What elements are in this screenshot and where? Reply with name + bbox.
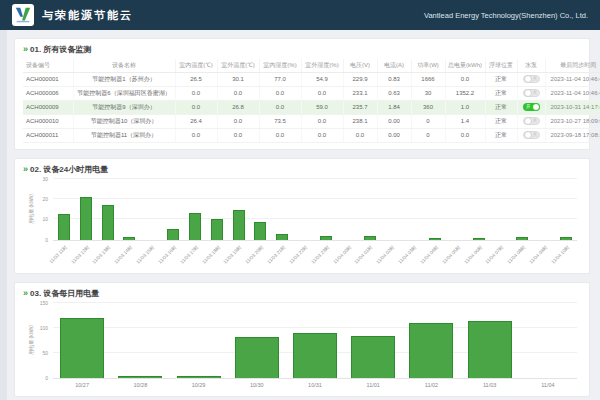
pump-toggle[interactable]: 关: [523, 117, 540, 125]
bars: [53, 179, 577, 240]
y-tick-label: 30: [42, 176, 48, 182]
bar[interactable]: [235, 337, 279, 378]
table-cell: 0.0: [175, 128, 217, 142]
bar[interactable]: [468, 321, 512, 378]
x-slot: 11/04 10时: [555, 241, 577, 267]
bar[interactable]: [364, 236, 376, 239]
toggle-label: 关: [532, 91, 539, 96]
bar[interactable]: [58, 214, 70, 240]
bar[interactable]: [320, 236, 332, 239]
bar[interactable]: [351, 336, 395, 378]
table-cell: 0.0: [301, 128, 343, 142]
app-title: 与荣能源节能云: [42, 8, 133, 23]
table-cell: 节能控制器10（深圳办）: [73, 114, 175, 128]
table-cell: 238.1: [343, 114, 377, 128]
bar-slot: [53, 303, 111, 378]
table-cell: 73.5: [259, 114, 301, 128]
table-cell: 1666: [411, 72, 445, 86]
pump-toggle[interactable]: 关: [523, 89, 540, 97]
bar-slot: [519, 303, 577, 378]
toggle-knob: [524, 75, 532, 83]
dashboard: »01. 所有设备监测 设备编号设备名称室内温度(℃)室外温度(℃)室内湿度(%…: [0, 30, 600, 397]
table-cell: 30.1: [217, 72, 259, 86]
x-slot: 11/04: [519, 379, 577, 390]
table-cell: 77.0: [259, 72, 301, 86]
table-row[interactable]: ACH000009节能控制器9（深圳办）0.026.80.059.0235.71…: [23, 100, 600, 114]
company-name: Vantlead Energy Technology(Shenzhen) Co.…: [424, 11, 588, 20]
table-cell: 0.0: [445, 128, 485, 142]
daily-usage-chart: 用电量 (kWh)05010015010/2710/2810/2910/3010…: [53, 303, 577, 390]
section-title-hourly: »02. 设备24小时用电量: [23, 164, 581, 175]
logo-v-icon: [14, 6, 32, 24]
table-cell: 0.83: [377, 72, 411, 86]
table-cell: ACH000009: [23, 100, 73, 114]
toggle-knob: [532, 103, 540, 111]
bar[interactable]: [102, 205, 114, 239]
x-slot: 10/28: [111, 379, 169, 390]
bar[interactable]: [254, 222, 266, 240]
table-cell: 节能控制器6（深圳福田区香蜜湖）: [73, 86, 175, 100]
bar[interactable]: [118, 376, 162, 378]
bar[interactable]: [473, 238, 485, 239]
pump-toggle[interactable]: 关: [523, 75, 540, 83]
left-rail: [0, 30, 7, 400]
table-cell: 0: [411, 114, 445, 128]
y-tick-label: 150: [40, 300, 48, 306]
bar[interactable]: [293, 333, 337, 378]
table-cell: 0.0: [217, 114, 259, 128]
bar[interactable]: [167, 229, 179, 239]
table-cell: 235.7: [343, 100, 377, 114]
bar[interactable]: [560, 237, 572, 239]
table-cell: 0.0: [301, 86, 343, 100]
x-tick-label: 10/27: [53, 379, 111, 388]
table-row[interactable]: ACH000010节能控制器10（深圳办）26.40.073.50.0238.1…: [23, 114, 600, 128]
table-row[interactable]: ACH000006节能控制器6（深圳福田区香蜜湖）0.00.00.00.0233…: [23, 86, 600, 100]
x-tick-label: 11/03 11时: [48, 244, 68, 264]
bar[interactable]: [177, 376, 221, 378]
table-row[interactable]: ACH000011节能控制器11（深圳办）0.00.00.00.00.00.00…: [23, 128, 600, 142]
x-tick-label: 10/29: [169, 379, 227, 388]
table-cell: 0.0: [259, 128, 301, 142]
bar[interactable]: [123, 237, 135, 239]
bar[interactable]: [409, 323, 453, 378]
plot-area: 用电量 (kWh)050100150: [53, 303, 577, 379]
bar-slot: [286, 303, 344, 378]
bar-slot: [468, 179, 490, 240]
bar[interactable]: [233, 210, 245, 240]
x-slot: 11/01: [344, 379, 402, 390]
bar-slot: [75, 179, 97, 240]
bar[interactable]: [516, 237, 528, 239]
table-cell: 0.00: [377, 128, 411, 142]
bar-slot: [337, 179, 359, 240]
table-cell: 30: [411, 86, 445, 100]
y-tick-label: 20: [42, 196, 48, 202]
table-cell: 0.0: [217, 86, 259, 100]
bar-slot: [169, 303, 227, 378]
x-tick-label: 11/03: [461, 379, 519, 388]
bar[interactable]: [189, 213, 201, 240]
column-header: 电压(V): [343, 59, 377, 72]
table-row[interactable]: ACH000001节能控制器1（苏州办）26.530.177.054.9229.…: [23, 72, 600, 86]
toggle-label: 关: [532, 77, 539, 82]
sync-time: 2023-10-31 14:17:47: [545, 100, 600, 114]
bar[interactable]: [80, 197, 92, 239]
pump-cell: 关: [517, 72, 545, 86]
x-axis-labels: 11/03 11时11/03 12时11/03 13时11/03 14时11/0…: [53, 241, 577, 267]
bar-slot: [140, 179, 162, 240]
pump-cell: 关: [517, 86, 545, 100]
column-header: 设备编号: [23, 59, 73, 72]
bar[interactable]: [211, 219, 223, 240]
x-tick-label: 10/28: [111, 379, 169, 388]
x-slot: 11/02: [402, 379, 460, 390]
sync-time: 2023-11-04 10:46:44: [545, 72, 600, 86]
bar[interactable]: [276, 234, 288, 239]
pump-toggle[interactable]: 关: [523, 131, 540, 139]
bar[interactable]: [60, 318, 104, 377]
bar[interactable]: [429, 238, 441, 239]
table-cell: 正常: [485, 114, 517, 128]
table-cell: 26.8: [217, 100, 259, 114]
bar-slot: [380, 179, 402, 240]
table-cell: 233.1: [343, 86, 377, 100]
pump-toggle[interactable]: 开: [523, 103, 540, 111]
device-table: 设备编号设备名称室内温度(℃)室外温度(℃)室内湿度(%)室外湿度(%)电压(V…: [23, 59, 600, 143]
